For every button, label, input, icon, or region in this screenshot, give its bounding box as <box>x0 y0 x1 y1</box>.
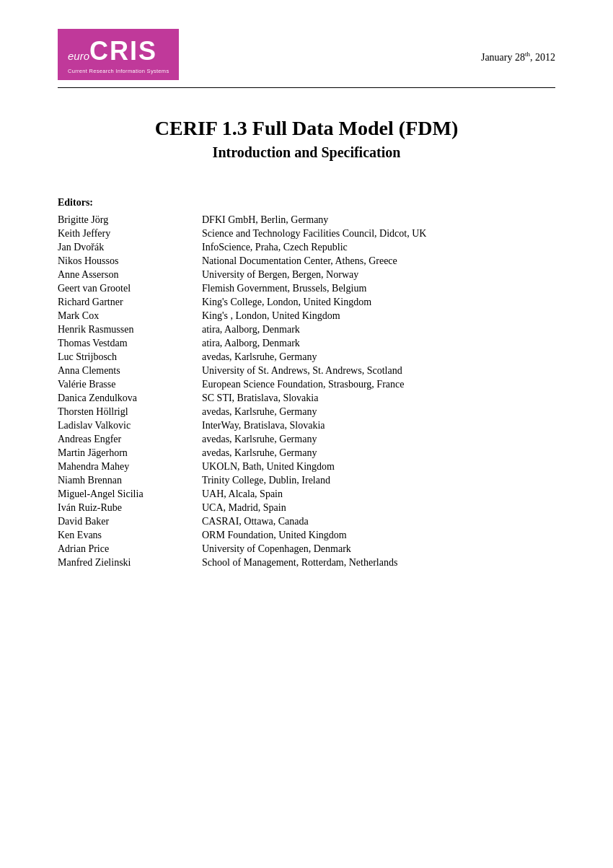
editor-affiliation: King's , London, United Kingdom <box>202 309 555 323</box>
editor-row: David BakerCASRAI, Ottawa, Canada <box>58 514 555 528</box>
editor-affiliation: University of Copenhagen, Denmark <box>202 542 555 556</box>
editor-affiliation: UCA, Madrid, Spain <box>202 501 555 514</box>
editor-affiliation: CASRAI, Ottawa, Canada <box>202 514 555 528</box>
editor-row: Brigitte JörgDFKI GmbH, Berlin, Germany <box>58 213 555 227</box>
editor-affiliation: ORM Foundation, United Kingdom <box>202 528 555 542</box>
editor-name: Geert van Grootel <box>58 281 202 295</box>
editor-name: Henrik Rasmussen <box>58 323 202 336</box>
editor-row: Henrik Rasmussenatira, Aalborg, Denmark <box>58 323 555 336</box>
editor-row: Geert van GrootelFlemish Government, Bru… <box>58 281 555 295</box>
editor-affiliation: avedas, Karlsruhe, Germany <box>202 432 555 446</box>
logo-cris: CRIS <box>89 36 157 66</box>
editor-name: Niamh Brennan <box>58 473 202 487</box>
editor-affiliation: DFKI GmbH, Berlin, Germany <box>202 213 555 227</box>
date-text: January 28 <box>481 52 525 63</box>
logo-container: euroCRIS Current Research Information Sy… <box>58 29 202 80</box>
header: euroCRIS Current Research Information Sy… <box>58 29 555 80</box>
editor-name: Danica Zendulkova <box>58 391 202 405</box>
editor-name: Martin Jägerhorn <box>58 446 202 460</box>
title-section: CERIF 1.3 Full Data Model (FDM) Introduc… <box>58 117 555 161</box>
header-date: January 28th, 2012 <box>481 29 555 63</box>
editor-affiliation: InterWay, Bratislava, Slovakia <box>202 418 555 432</box>
editors-label: Editors: <box>58 197 555 209</box>
editor-row: Anne AssersonUniversity of Bergen, Berge… <box>58 268 555 281</box>
editor-name: Thorsten Höllrigl <box>58 405 202 418</box>
editor-row: Manfred ZielinskiSchool of Management, R… <box>58 556 555 569</box>
editor-name: Mark Cox <box>58 309 202 323</box>
editor-row: Mark CoxKing's , London, United Kingdom <box>58 309 555 323</box>
editor-name: Ken Evans <box>58 528 202 542</box>
editor-name: Adrian Price <box>58 542 202 556</box>
editor-row: Valérie BrasseEuropean Science Foundatio… <box>58 377 555 391</box>
editor-name: Anne Asserson <box>58 268 202 281</box>
date-year: , 2012 <box>530 52 555 63</box>
editor-affiliation: Trinity College, Dublin, Ireland <box>202 473 555 487</box>
editor-name: Keith Jeffery <box>58 227 202 240</box>
editor-affiliation: avedas, Karlsruhe, Germany <box>202 405 555 418</box>
editor-name: Richard Gartner <box>58 295 202 309</box>
editor-row: Martin Jägerhornavedas, Karlsruhe, Germa… <box>58 446 555 460</box>
editor-name: Miguel-Angel Sicilia <box>58 487 202 501</box>
logo-euro: euro <box>68 50 89 62</box>
editor-affiliation: atira, Aalborg, Denmark <box>202 323 555 336</box>
editor-name: Ladislav Valkovic <box>58 418 202 432</box>
editor-row: Miguel-Angel SiciliaUAH, Alcala, Spain <box>58 487 555 501</box>
editor-name: Valérie Brasse <box>58 377 202 391</box>
editor-name: Brigitte Jörg <box>58 213 202 227</box>
logo-euro-text: euroCRIS <box>68 36 169 66</box>
editor-row: Ken EvansORM Foundation, United Kingdom <box>58 528 555 542</box>
editor-row: Niamh BrennanTrinity College, Dublin, Ir… <box>58 473 555 487</box>
editor-name: Mahendra Mahey <box>58 460 202 473</box>
page: euroCRIS Current Research Information Sy… <box>0 0 613 868</box>
editor-name: Iván Ruiz-Rube <box>58 501 202 514</box>
editors-table: Brigitte JörgDFKI GmbH, Berlin, GermanyK… <box>58 213 555 569</box>
editor-row: Jan DvořákInfoScience, Praha, Czech Repu… <box>58 240 555 254</box>
editor-name: Jan Dvořák <box>58 240 202 254</box>
date-sup: th <box>525 51 530 58</box>
editor-row: Ladislav ValkovicInterWay, Bratislava, S… <box>58 418 555 432</box>
editor-affiliation: Flemish Government, Brussels, Belgium <box>202 281 555 295</box>
editor-affiliation: SC STI, Bratislava, Slovakia <box>202 391 555 405</box>
editor-name: Thomas Vestdam <box>58 336 202 350</box>
editor-affiliation: avedas, Karlsruhe, Germany <box>202 350 555 364</box>
editor-row: Iván Ruiz-RubeUCA, Madrid, Spain <box>58 501 555 514</box>
title-main: CERIF 1.3 Full Data Model (FDM) <box>58 117 555 140</box>
editor-row: Andreas Engferavedas, Karlsruhe, Germany <box>58 432 555 446</box>
editors-section: Editors: Brigitte JörgDFKI GmbH, Berlin,… <box>58 197 555 569</box>
editor-affiliation: King's College, London, United Kingdom <box>202 295 555 309</box>
editor-affiliation: UAH, Alcala, Spain <box>202 487 555 501</box>
editor-row: Richard GartnerKing's College, London, U… <box>58 295 555 309</box>
editor-row: Anna ClementsUniversity of St. Andrews, … <box>58 364 555 377</box>
editor-name: David Baker <box>58 514 202 528</box>
editor-row: Nikos HoussosNational Documentation Cent… <box>58 254 555 268</box>
editor-affiliation: National Documentation Center, Athens, G… <box>202 254 555 268</box>
editor-row: Adrian PriceUniversity of Copenhagen, De… <box>58 542 555 556</box>
editor-name: Manfred Zielinski <box>58 556 202 569</box>
editor-name: Nikos Houssos <box>58 254 202 268</box>
editor-row: Keith JefferyScience and Technology Faci… <box>58 227 555 240</box>
editor-affiliation: avedas, Karlsruhe, Germany <box>202 446 555 460</box>
logo-box: euroCRIS Current Research Information Sy… <box>58 29 179 80</box>
editor-affiliation: Science and Technology Facilities Counci… <box>202 227 555 240</box>
editor-affiliation: atira, Aalborg, Denmark <box>202 336 555 350</box>
title-sub: Introduction and Specification <box>58 144 555 161</box>
logo-subtitle: Current Research Information Systems <box>68 68 169 74</box>
editor-affiliation: UKOLN, Bath, United Kingdom <box>202 460 555 473</box>
header-divider <box>58 87 555 88</box>
editor-row: Thorsten Höllriglavedas, Karlsruhe, Germ… <box>58 405 555 418</box>
editor-affiliation: European Science Foundation, Strasbourg,… <box>202 377 555 391</box>
editor-affiliation: University of Bergen, Bergen, Norway <box>202 268 555 281</box>
editor-affiliation: InfoScience, Praha, Czech Republic <box>202 240 555 254</box>
editor-affiliation: University of St. Andrews, St. Andrews, … <box>202 364 555 377</box>
editor-affiliation: School of Management, Rotterdam, Netherl… <box>202 556 555 569</box>
editor-row: Luc Strijboschavedas, Karlsruhe, Germany <box>58 350 555 364</box>
editor-row: Thomas Vestdamatira, Aalborg, Denmark <box>58 336 555 350</box>
editor-name: Luc Strijbosch <box>58 350 202 364</box>
editor-name: Andreas Engfer <box>58 432 202 446</box>
editor-name: Anna Clements <box>58 364 202 377</box>
editor-row: Danica ZendulkovaSC STI, Bratislava, Slo… <box>58 391 555 405</box>
editor-row: Mahendra MaheyUKOLN, Bath, United Kingdo… <box>58 460 555 473</box>
